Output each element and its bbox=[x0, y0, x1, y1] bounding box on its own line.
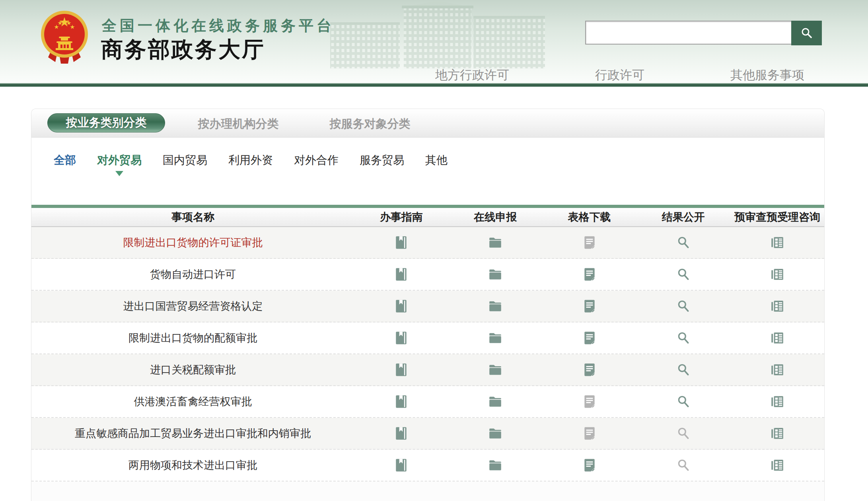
apply-folder-icon[interactable] bbox=[488, 426, 503, 441]
result-search-icon[interactable] bbox=[676, 299, 691, 314]
item-name-link[interactable]: 供港澳活畜禽经营权审批 bbox=[134, 396, 252, 408]
guide-book-icon[interactable] bbox=[394, 330, 409, 346]
result-search-icon[interactable] bbox=[676, 458, 691, 473]
guide-book-icon[interactable] bbox=[394, 235, 409, 250]
main-panel: 按业务类别分类 按办理机构分类 按服务对象分类 全部 对外贸易 国内贸易 利用外… bbox=[31, 109, 825, 501]
consult-grid-icon[interactable] bbox=[770, 267, 785, 282]
apply-folder-icon[interactable] bbox=[488, 394, 503, 409]
guide-book-icon[interactable] bbox=[394, 426, 409, 441]
top-nav: 地方行政许可 行政许可 其他服务事项 bbox=[435, 67, 804, 84]
result-search-icon[interactable] bbox=[676, 362, 691, 377]
category-foreign-trade-label: 对外贸易 bbox=[97, 154, 142, 166]
apply-folder-icon[interactable] bbox=[488, 330, 503, 346]
nav-item-admin-permits[interactable]: 行政许可 bbox=[595, 67, 644, 84]
table-row: 限制进出口货物的配额审批 bbox=[31, 322, 824, 354]
result-search-icon[interactable] bbox=[676, 267, 691, 282]
platform-title: 全国一体化在线政务服务平台 bbox=[102, 16, 335, 36]
national-emblem bbox=[38, 6, 91, 66]
table-row: 重点敏感商品加工贸易业务进出口审批和内销审批 bbox=[31, 418, 824, 450]
form-download-doc-icon[interactable] bbox=[582, 458, 597, 473]
form-download-doc-icon[interactable] bbox=[582, 362, 597, 377]
table-row: 限制进出口货物的许可证审批 bbox=[31, 227, 824, 259]
tab-by-agency[interactable]: 按办理机构分类 bbox=[179, 116, 298, 132]
apply-folder-icon[interactable] bbox=[488, 299, 503, 314]
consult-grid-icon[interactable] bbox=[770, 426, 785, 441]
apply-folder-icon[interactable] bbox=[488, 458, 503, 473]
tab-by-business-category[interactable]: 按业务类别分类 bbox=[47, 113, 165, 132]
table-row: 进口关税配额审批 bbox=[31, 354, 824, 386]
item-name-link[interactable]: 货物自动进口许可 bbox=[150, 268, 236, 280]
result-search-icon[interactable] bbox=[676, 235, 691, 250]
table-row: 供港澳活畜禽经营权审批 bbox=[31, 386, 824, 418]
column-header-guide: 办事指南 bbox=[354, 210, 448, 224]
consult-grid-icon[interactable] bbox=[770, 362, 785, 377]
site-header: 全国一体化在线政务服务平台 商务部政务大厅 地方行政许可 行政许可 其他服务事项 bbox=[0, 0, 868, 83]
guide-book-icon[interactable] bbox=[394, 394, 409, 409]
result-search-icon[interactable] bbox=[676, 394, 691, 409]
form-download-doc-icon[interactable] bbox=[582, 426, 597, 441]
item-name-link[interactable]: 限制进出口货物的配额审批 bbox=[128, 332, 257, 344]
category-service-trade[interactable]: 服务贸易 bbox=[360, 153, 404, 168]
category-domestic-trade[interactable]: 国内贸易 bbox=[163, 153, 207, 168]
search-input[interactable] bbox=[585, 21, 791, 45]
column-header-form-download: 表格下载 bbox=[542, 210, 636, 224]
tab-strip: 按业务类别分类 按办理机构分类 按服务对象分类 bbox=[31, 109, 824, 138]
header-divider-bar bbox=[0, 83, 868, 87]
item-name-link[interactable]: 进口关税配额审批 bbox=[150, 364, 236, 376]
site-title: 商务部政务大厅 bbox=[101, 35, 265, 64]
page: 全国一体化在线政务服务平台 商务部政务大厅 地方行政许可 行政许可 其他服务事项… bbox=[0, 0, 868, 501]
table-top-bar bbox=[31, 205, 824, 208]
result-search-icon[interactable] bbox=[676, 426, 691, 441]
result-search-icon[interactable] bbox=[676, 330, 691, 346]
search-button[interactable] bbox=[791, 21, 822, 45]
table-row: 进出口国营贸易经营资格认定 bbox=[31, 291, 824, 322]
table-header-row: 事项名称 办事指南 在线申报 表格下载 结果公开 预审查预受理咨询 bbox=[31, 208, 824, 227]
table-row: 两用物项和技术进出口审批 bbox=[31, 450, 824, 482]
table-bottom-filler bbox=[31, 482, 824, 501]
column-header-online-apply: 在线申报 bbox=[448, 210, 542, 224]
category-foreign-investment[interactable]: 利用外资 bbox=[228, 153, 273, 168]
form-download-doc-icon[interactable] bbox=[582, 299, 597, 314]
table-body: 限制进出口货物的许可证审批 bbox=[31, 227, 824, 482]
apply-folder-icon[interactable] bbox=[488, 362, 503, 377]
consult-grid-icon[interactable] bbox=[770, 394, 785, 409]
consult-grid-icon[interactable] bbox=[770, 458, 785, 473]
selected-category-arrow-icon bbox=[115, 171, 123, 180]
form-download-doc-icon[interactable] bbox=[582, 330, 597, 346]
nav-item-local-permits[interactable]: 地方行政许可 bbox=[435, 67, 509, 84]
column-header-result-public: 结果公开 bbox=[636, 210, 730, 224]
item-name-link[interactable]: 进出口国营贸易经营资格认定 bbox=[123, 300, 263, 312]
item-name-link[interactable]: 两用物项和技术进出口审批 bbox=[128, 459, 257, 471]
consult-grid-icon[interactable] bbox=[770, 330, 785, 346]
guide-book-icon[interactable] bbox=[394, 458, 409, 473]
category-foreign-cooperation[interactable]: 对外合作 bbox=[294, 153, 339, 168]
column-header-pre-review-consult: 预审查预受理咨询 bbox=[730, 210, 824, 224]
item-name-link[interactable]: 重点敏感商品加工贸易业务进出口审批和内销审批 bbox=[75, 427, 311, 439]
building-image bbox=[330, 0, 545, 68]
apply-folder-icon[interactable] bbox=[488, 235, 503, 250]
form-download-doc-icon[interactable] bbox=[582, 394, 597, 409]
consult-grid-icon[interactable] bbox=[770, 235, 785, 250]
nav-item-other-services[interactable]: 其他服务事项 bbox=[730, 67, 804, 84]
tab-by-service-target[interactable]: 按服务对象分类 bbox=[310, 116, 430, 132]
column-header-item-name: 事项名称 bbox=[31, 210, 354, 224]
table-row: 货物自动进口许可 bbox=[31, 259, 824, 291]
item-name-link[interactable]: 限制进出口货物的许可证审批 bbox=[123, 237, 263, 249]
apply-folder-icon[interactable] bbox=[488, 267, 503, 282]
category-filter-row: 全部 对外贸易 国内贸易 利用外资 对外合作 服务贸易 其他 bbox=[31, 138, 824, 205]
form-download-doc-icon[interactable] bbox=[582, 267, 597, 282]
search-area bbox=[585, 21, 822, 45]
guide-book-icon[interactable] bbox=[394, 362, 409, 377]
guide-book-icon[interactable] bbox=[394, 299, 409, 314]
consult-grid-icon[interactable] bbox=[770, 299, 785, 314]
category-foreign-trade[interactable]: 对外贸易 bbox=[97, 153, 142, 168]
form-download-doc-icon[interactable] bbox=[582, 235, 597, 250]
search-icon bbox=[800, 27, 813, 39]
category-all[interactable]: 全部 bbox=[54, 153, 76, 168]
guide-book-icon[interactable] bbox=[394, 267, 409, 282]
category-other[interactable]: 其他 bbox=[425, 153, 448, 168]
